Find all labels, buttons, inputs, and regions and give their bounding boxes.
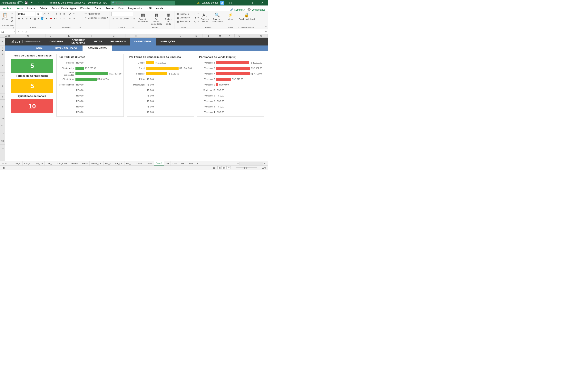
page-layout-view-icon[interactable]: ▤ [222, 166, 226, 169]
column-header[interactable]: P [244, 34, 255, 37]
borders-icon[interactable]: ▦ [33, 17, 36, 20]
delete-cells-button[interactable]: ▦Eliminar ▾ [176, 16, 190, 19]
align-bottom-icon[interactable]: ≡ [62, 12, 66, 16]
sheet-tab[interactable]: Rel_G [104, 161, 113, 165]
nav2-item[interactable]: DETALHAMENTO [82, 46, 112, 51]
normal-view-icon[interactable]: ▦ [217, 166, 222, 169]
row-header[interactable]: 10 [0, 115, 5, 122]
column-header[interactable]: E [56, 34, 82, 37]
nav1-item[interactable]: RELATÓRIOS [106, 38, 130, 46]
zoom-in-icon[interactable]: + [260, 167, 261, 169]
add-sheet-icon[interactable]: ⊕ [195, 162, 200, 165]
tab-home[interactable]: Inicio [15, 6, 25, 11]
nav2-item[interactable]: GERAL [31, 46, 49, 51]
username[interactable]: Leandro Borges [202, 1, 218, 4]
italic-icon[interactable]: K [21, 17, 25, 20]
tabs-next-icon[interactable]: ▸ [5, 162, 7, 165]
tab-view[interactable]: Vista [116, 6, 126, 11]
sheet-tab[interactable]: Metas_CV [90, 161, 103, 165]
sheet-tab[interactable]: Rel_C [124, 161, 134, 165]
decrease-font-icon[interactable]: A↓ [47, 12, 51, 16]
format-table-button[interactable]: ▦Dar formato como tabla [150, 12, 163, 26]
sheet-tab[interactable]: Vendas [69, 161, 80, 165]
row-header[interactable]: 5 [0, 57, 5, 73]
find-select-button[interactable]: 🔍Buscar y seleccionar [211, 12, 224, 23]
row-header[interactable]: 9 [0, 100, 5, 115]
font-name-select[interactable] [17, 12, 35, 16]
close-icon[interactable]: ✕ [258, 0, 266, 5]
column-header[interactable]: Q [255, 34, 268, 37]
sheet-tab[interactable]: SUG [179, 161, 187, 165]
nav2-item[interactable]: META X REALIZADO [49, 46, 82, 51]
align-middle-icon[interactable]: ≡ [58, 12, 62, 16]
tabs-prev-icon[interactable]: ◂ [1, 162, 4, 165]
column-header[interactable]: K [190, 34, 203, 37]
row-header[interactable]: 8 [0, 94, 5, 100]
row-header[interactable]: 14 [0, 145, 5, 152]
column-header[interactable]: D [46, 34, 56, 37]
expand-fxbar-icon[interactable]: ▾ [264, 30, 268, 33]
sheet-tab[interactable]: Cad_CV [33, 161, 45, 165]
column-header[interactable]: J [172, 34, 190, 37]
tab-help[interactable]: Ayuda [154, 6, 165, 11]
merge-center-button[interactable]: ⇔Combinar y centrar ▾ [84, 16, 108, 19]
sheet-tab[interactable]: INI [164, 161, 171, 165]
row-header[interactable]: 6 [0, 73, 5, 79]
save-icon[interactable]: 💾 [24, 0, 29, 5]
row-header[interactable]: 13 [0, 137, 5, 145]
sheet-tab[interactable]: Cad_C [23, 161, 33, 165]
cut-icon[interactable]: ✂ [10, 12, 14, 16]
increase-decimal-icon[interactable]: .0→ [127, 17, 131, 20]
increase-indent-icon[interactable]: ⇥ [72, 16, 76, 20]
avatar[interactable]: LB [220, 1, 224, 5]
minimize-icon[interactable]: — [237, 0, 245, 5]
qat-customize-icon[interactable]: ▾ [41, 0, 46, 5]
collapse-ribbon-icon[interactable]: ⌃ [264, 11, 268, 29]
tab-review[interactable]: Revisar [104, 6, 116, 11]
nav1-item[interactable]: CADASTRO [45, 38, 67, 46]
sheet-tab[interactable]: Rel_CV [113, 161, 124, 165]
sheet-tab[interactable]: LUZ [187, 161, 195, 165]
font-size-select[interactable] [36, 12, 42, 16]
zoom-level[interactable]: 90% [262, 167, 266, 169]
row-header[interactable]: 4 [0, 51, 5, 57]
row-header[interactable]: 3 [0, 50, 5, 51]
name-box[interactable]: A1 [0, 30, 16, 34]
number-format-select[interactable] [111, 12, 133, 16]
undo-icon[interactable]: ↶ [30, 0, 34, 5]
sheet-tab[interactable]: DUV [171, 161, 179, 165]
hscroll-right-icon[interactable]: ▸ [263, 162, 266, 165]
tab-layout[interactable]: Disposición de página [50, 6, 78, 11]
tab-msp[interactable]: MSP [144, 6, 154, 11]
maximize-icon[interactable]: ◻ [247, 0, 256, 5]
formula-input[interactable] [30, 30, 264, 34]
paste-button[interactable]: 📋Pegar [1, 12, 9, 21]
ideas-button[interactable]: ⚡Ideas [227, 12, 234, 21]
decrease-decimal-icon[interactable]: ←.0 [131, 17, 135, 20]
fill-color-icon[interactable]: 🪣 [41, 17, 44, 20]
row-header[interactable]: 11 [0, 122, 5, 130]
redo-icon[interactable]: ↷ [35, 0, 40, 5]
column-header[interactable]: A [5, 34, 7, 37]
display-settings-icon[interactable]: ▦ [212, 166, 216, 169]
autosum-icon[interactable]: Σ▾ [194, 13, 199, 16]
conditional-format-button[interactable]: ▦Formato condicional [137, 12, 149, 23]
sheet-tab[interactable]: Dash1 [134, 161, 144, 165]
sheet-tab[interactable]: Cad_CRM [55, 161, 69, 165]
confidentiality-button[interactable]: 🔒Confidencialidad [238, 12, 255, 21]
format-cells-button[interactable]: ▦Formato ▾ [176, 20, 190, 23]
tab-formulas[interactable]: Fórmulas [78, 6, 93, 11]
record-macro-icon[interactable]: ▣ [1, 166, 6, 169]
hscroll-track[interactable] [240, 162, 263, 165]
comments-button[interactable]: 💬 Comentarios [248, 8, 265, 11]
insert-cells-button[interactable]: ▦Insertar ▾ [176, 13, 190, 16]
column-header[interactable]: G [102, 34, 126, 37]
fill-icon[interactable]: ⬇▾ [194, 16, 199, 19]
accept-formula-icon[interactable]: ✓ [21, 30, 24, 33]
worksheet-grid[interactable]: ABCDEFGHIJKLMNOPQ 1234567891011121314 ◯ … [0, 34, 268, 161]
sheet-tab[interactable]: Dash3 [154, 161, 164, 165]
zoom-slider[interactable] [236, 167, 257, 168]
column-header[interactable]: C [11, 34, 46, 37]
search-input[interactable] [116, 1, 174, 4]
tab-data[interactable]: Datos [93, 6, 103, 11]
